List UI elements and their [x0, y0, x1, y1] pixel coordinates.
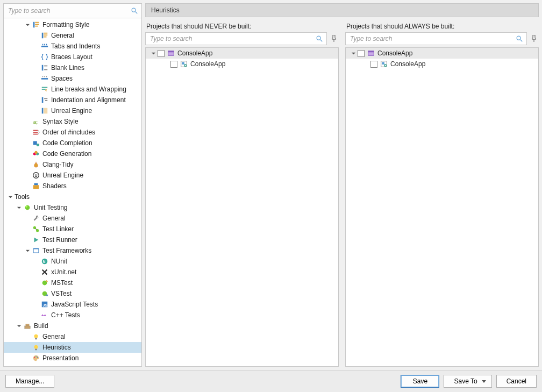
project-row[interactable]: ConsoleApp	[146, 48, 338, 59]
never-search	[145, 32, 327, 45]
expander-icon[interactable]	[24, 247, 31, 254]
tree-item-order-of-includes[interactable]: Order of #includes	[4, 127, 141, 138]
sidebar-search-input[interactable]	[4, 4, 141, 18]
tree-item-general[interactable]: General	[4, 30, 141, 41]
tree-label: Code Generation	[42, 148, 91, 159]
svg-text:N: N	[43, 260, 46, 263]
tree-label: Tabs and Indents	[51, 41, 100, 52]
save-to-label: Save To	[454, 377, 477, 385]
svg-rect-9	[44, 37, 46, 38]
settings-tree[interactable]: Formatting StyleGeneralTabs and IndentsB…	[4, 18, 141, 365]
save-button[interactable]: Save	[401, 375, 439, 388]
project-row[interactable]: ConsoleApp	[346, 59, 538, 69]
expander-icon[interactable]	[350, 50, 356, 56]
project-checkbox[interactable]	[170, 61, 177, 68]
save-to-button[interactable]: Save To	[444, 375, 491, 388]
svg-rect-16	[44, 69, 47, 70]
expander-icon	[33, 75, 39, 82]
tree-item-tools[interactable]: Tools	[4, 191, 141, 202]
tree-item-formatting-style[interactable]: Formatting Style	[4, 19, 141, 30]
tree-item-indentation-and-alignment[interactable]: Indentation and Alignment	[4, 95, 141, 105]
blank-icon	[40, 63, 49, 72]
project-row[interactable]: ConsoleApp	[146, 59, 338, 69]
expander-icon	[33, 108, 39, 114]
svg-rect-22	[42, 89, 46, 90]
project-checkbox[interactable]	[370, 61, 377, 68]
tree-item-general[interactable]: General	[4, 213, 141, 224]
tree-item-test-runner[interactable]: Test Runner	[4, 234, 141, 245]
tree-item-line-breaks-and-wrapping[interactable]: Line breaks and Wrapping	[4, 84, 141, 95]
expander-icon[interactable]	[16, 204, 22, 211]
tree-item-clang-tidy[interactable]: Clang-Tidy	[4, 159, 141, 170]
pin-button[interactable]	[329, 33, 339, 45]
tree-item-code-generation[interactable]: Code Generation	[4, 148, 141, 159]
svg-rect-39	[33, 185, 39, 189]
tree-label: Braces Layout	[51, 52, 92, 62]
project-checkbox[interactable]	[158, 50, 165, 57]
svg-rect-71	[182, 62, 184, 65]
expander-icon[interactable]	[150, 50, 156, 56]
tree-item-unreal-engine[interactable]: UUnreal Engine	[4, 170, 141, 181]
tree-item-code-completion[interactable]: Code Completion	[4, 138, 141, 148]
search-icon	[316, 35, 323, 42]
tree-item-spaces[interactable]: Spaces	[4, 73, 141, 84]
svg-rect-5	[35, 26, 38, 27]
tree-item-blank-lines[interactable]: Blank Lines	[4, 62, 141, 73]
wrench-icon	[32, 214, 40, 223]
never-build-label: Projects that should NEVER be built:	[145, 23, 339, 30]
svg-rect-23	[42, 97, 44, 103]
never-project-tree[interactable]: ConsoleAppConsoleApp	[145, 47, 339, 367]
expander-icon[interactable]	[24, 22, 31, 28]
manage-button[interactable]: Manage...	[5, 375, 54, 388]
svg-text:a;: a;	[33, 119, 38, 125]
project-row[interactable]: ConsoleApp	[346, 48, 538, 59]
always-search-input[interactable]	[346, 33, 526, 45]
tree-label: Unreal Engine	[51, 105, 92, 116]
expander-icon[interactable]	[16, 323, 22, 329]
tree-item-shaders[interactable]: Shaders	[4, 181, 141, 191]
tree-item-test-linker[interactable]: Test Linker	[4, 224, 141, 234]
tree-item-unreal-engine[interactable]: Unreal Engine	[4, 105, 141, 116]
tree-item-heuristics[interactable]: Heuristics	[4, 342, 141, 353]
project-checkbox[interactable]	[358, 50, 365, 57]
tree-item-tabs-and-indents[interactable]: Tabs and Indents	[4, 41, 141, 52]
cancel-button[interactable]: Cancel	[496, 375, 537, 388]
tree-item-c-tests[interactable]: ++C++ Tests	[4, 310, 141, 320]
tree-item-javascript-tests[interactable]: JSJavaScript Tests	[4, 299, 141, 310]
tree-label: Syntax Style	[42, 116, 79, 127]
pin-button[interactable]	[529, 33, 539, 45]
tree-item-nunit[interactable]: NNUnit	[4, 256, 141, 267]
tree-label: xUnit.net	[51, 267, 76, 277]
tree-label: Line breaks and Wrapping	[51, 84, 126, 95]
tree-item-general[interactable]: General	[4, 331, 141, 342]
tree-label: C++ Tests	[51, 310, 80, 320]
expander-icon	[24, 237, 31, 243]
svg-line-67	[320, 40, 323, 42]
tree-item-mstest[interactable]: MSTest	[4, 277, 141, 288]
tree-item-build[interactable]: Build	[4, 320, 141, 331]
settings-sidebar: Formatting StyleGeneralTabs and IndentsB…	[3, 3, 142, 367]
expander-icon[interactable]	[7, 194, 13, 200]
tree-item-vstest[interactable]: VSTest	[4, 288, 141, 299]
never-search-input[interactable]	[146, 33, 326, 45]
expander-icon	[24, 355, 31, 361]
svg-rect-78	[382, 62, 384, 65]
tree-item-presentation[interactable]: Presentation	[4, 353, 141, 364]
always-project-tree[interactable]: ConsoleAppConsoleApp	[345, 47, 539, 367]
chevron-down-icon	[482, 380, 486, 383]
tree-label: Tools	[15, 191, 30, 202]
project-label: ConsoleApp	[390, 60, 425, 68]
tree-item-unit-testing[interactable]: Unit Testing	[4, 202, 141, 213]
always-search	[345, 32, 527, 45]
tree-item-test-frameworks[interactable]: Test Frameworks	[4, 245, 141, 256]
tree-item-braces-layout[interactable]: Braces Layout	[4, 52, 141, 62]
tree-item-syntax-style[interactable]: a;Syntax Style	[4, 116, 141, 127]
expander-icon	[33, 269, 39, 275]
expander-icon	[33, 301, 39, 308]
footer: Manage... Save Save To Cancel	[0, 370, 542, 392]
expander-icon	[24, 151, 31, 157]
tree-item-xunit-net[interactable]: xUnit.net	[4, 267, 141, 277]
svg-rect-7	[44, 33, 47, 34]
uecircle-icon: U	[32, 171, 40, 180]
clang-icon	[32, 160, 40, 169]
